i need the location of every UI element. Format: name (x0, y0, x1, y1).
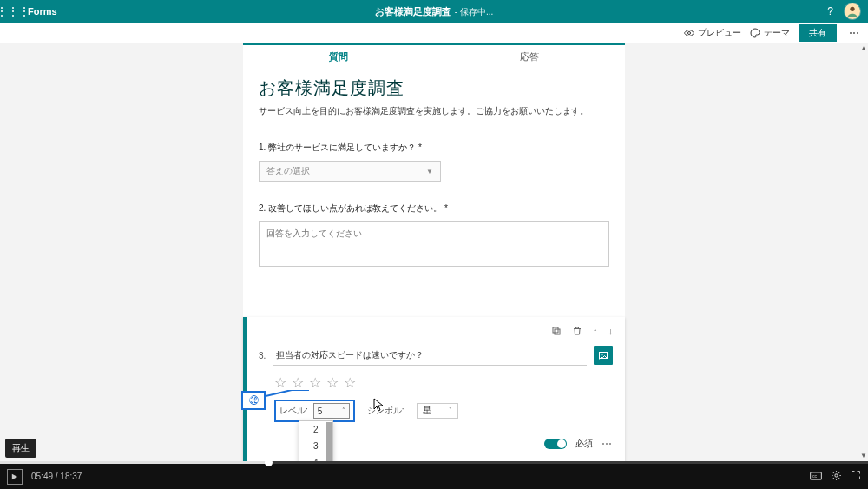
move-down-icon[interactable]: ↓ (608, 326, 614, 338)
level-dropdown: 2 3 4 5 6 (299, 420, 333, 461)
chevron-down-icon: ▼ (426, 168, 433, 175)
question-1-label: 1. 弊社のサービスに満足していますか？ * (259, 142, 609, 154)
svg-point-5 (602, 354, 603, 356)
level-select-highlight: レベル: 5 ˄ 2 3 4 5 6 (274, 400, 355, 422)
question-more-menu[interactable]: ⋯ (602, 438, 613, 450)
play-icon (11, 473, 18, 480)
tab-responses[interactable]: 応答 (434, 45, 625, 69)
question-3-editor: ↑ ↓ 3. ☆ ☆ ☆ ☆ ☆ レベル: (243, 317, 625, 461)
play-tooltip: 再生 (5, 439, 36, 458)
image-icon (598, 350, 608, 360)
level-label: レベル: (279, 405, 308, 417)
fullscreen-icon[interactable] (851, 470, 861, 483)
closed-caption-icon[interactable]: cc (810, 471, 822, 483)
user-avatar[interactable] (844, 3, 861, 20)
question-text-input[interactable] (273, 345, 587, 366)
insert-media-button[interactable] (594, 346, 613, 365)
scroll-down-icon[interactable]: ▼ (859, 451, 868, 461)
video-control-bar: 05:49 / 18:37 cc (0, 461, 868, 489)
move-up-icon[interactable]: ↑ (593, 326, 598, 338)
app-header: ⋮⋮⋮ Forms お客様満足度調査 - 保存中... ? (0, 0, 868, 23)
question-2: 2. 改善してほしい点があれば教えてください。 * (259, 202, 609, 270)
svg-point-8 (835, 473, 838, 476)
answer-textarea[interactable] (259, 221, 609, 267)
svg-text:cc: cc (812, 473, 818, 479)
form-canvas: 質問 応答 お客様満足度調査 サービス向上を目的にお客様満足度調査を実施します。… (0, 43, 868, 461)
help-icon[interactable]: ? (827, 5, 833, 17)
answer-select[interactable]: 答えの選択 ▼ (259, 161, 441, 182)
symbol-label: シンボル: (367, 405, 404, 417)
vertical-scrollbar[interactable]: ▲ ▼ (859, 43, 868, 461)
annotation-badge: ㉜ (241, 391, 266, 410)
form-title[interactable]: お客様満足度調査 (259, 76, 609, 100)
document-title-area: お客様満足度調査 - 保存中... (375, 5, 493, 18)
theme-button[interactable]: テーマ (750, 27, 790, 39)
question-2-label: 2. 改善してほしい点があれば教えてください。 * (259, 202, 609, 215)
share-button[interactable]: 共有 (799, 24, 837, 42)
eye-icon (684, 28, 694, 38)
svg-point-0 (850, 7, 854, 11)
chevron-up-icon: ˄ (342, 407, 345, 414)
palette-icon (750, 28, 760, 38)
scroll-up-icon[interactable]: ▲ (859, 43, 868, 54)
dropdown-scrollbar[interactable] (326, 422, 332, 461)
saving-status: - 保存中... (455, 6, 493, 18)
app-name: Forms (28, 6, 57, 17)
star-icon: ☆ (326, 374, 339, 391)
form-description[interactable]: サービス向上を目的にお客様満足度調査を実施します。ご協力をお願いいたします。 (259, 105, 609, 117)
star-icon: ☆ (292, 374, 304, 391)
copy-question-icon[interactable] (551, 326, 562, 338)
chevron-down-icon: ˅ (449, 407, 452, 414)
star-icon: ☆ (344, 374, 356, 391)
more-menu[interactable]: ⋯ (845, 27, 863, 39)
svg-rect-2 (555, 329, 560, 334)
document-title[interactable]: お客様満足度調査 (375, 5, 451, 18)
question-number: 3. (259, 351, 266, 360)
form-tabs: 質問 応答 (243, 43, 625, 69)
command-bar: プレビュー テーマ 共有 ⋯ (0, 23, 868, 43)
app-launcher[interactable]: ⋮⋮⋮ (0, 0, 24, 23)
star-icon: ☆ (274, 374, 286, 391)
symbol-select[interactable]: 星 ˅ (417, 403, 458, 419)
rating-stars-preview: ☆ ☆ ☆ ☆ ☆ (274, 374, 613, 391)
svg-rect-3 (553, 327, 558, 333)
annotation-leader (266, 390, 309, 402)
play-button[interactable] (7, 469, 23, 485)
video-time: 05:49 / 18:37 (31, 472, 82, 481)
preview-button[interactable]: プレビュー (684, 27, 741, 39)
level-select[interactable]: 5 ˄ (313, 403, 350, 419)
tab-questions[interactable]: 質問 (243, 45, 434, 69)
svg-point-1 (688, 31, 691, 34)
settings-icon[interactable] (831, 470, 842, 484)
star-icon: ☆ (309, 374, 321, 391)
delete-question-icon[interactable] (572, 326, 582, 338)
question-1: 1. 弊社のサービスに満足していますか？ * 答えの選択 ▼ (259, 142, 609, 182)
required-label: 必須 (575, 438, 593, 450)
required-toggle[interactable] (544, 439, 567, 449)
